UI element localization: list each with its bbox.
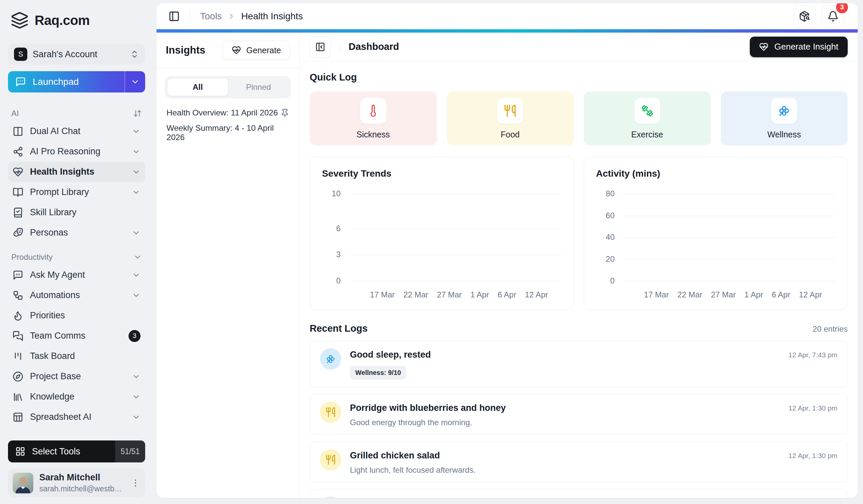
sidebar-item-ai-pro-reasoning[interactable]: AI Pro Reasoning [8, 141, 145, 162]
launchpad-button[interactable]: Launchpad [8, 71, 125, 92]
chevron-down-icon [132, 392, 140, 401]
log-entry-title: Good sleep, rested [350, 350, 780, 360]
pin-icon[interactable] [280, 108, 289, 117]
generate-insight-label: Generate Insight [774, 42, 838, 52]
insights-list: Health Overview: 11 April 2026Weekly Sum… [157, 103, 299, 143]
chart-plot-area: 806040200 [625, 194, 835, 281]
chart-plot-area: 10630 [351, 194, 561, 281]
log-entry[interactable]: Grilled chicken saladLight lunch, felt f… [310, 441, 848, 482]
sidebar-item-label: Prompt Library [30, 187, 125, 197]
tab-all[interactable]: All [167, 78, 228, 96]
heart-pulse-icon [232, 46, 241, 55]
quick-log-card-label: Wellness [767, 130, 801, 139]
quick-log-card-food[interactable]: Food [447, 91, 574, 145]
insight-list-item[interactable]: Weekly Summary: 4 - 10 April 2026 [157, 123, 299, 143]
sidebar-item-skill-library[interactable]: Skill Library [8, 202, 145, 222]
messages-icon [13, 331, 23, 341]
sidebar-item-label: Health Insights [30, 167, 125, 177]
log-entry-title: Grilled chicken salad [350, 450, 780, 461]
arrow-down-up-icon[interactable] [133, 109, 142, 118]
user-card[interactable]: Sarah Mitchell sarah.mitchell@westbur... [8, 468, 145, 497]
sidebar-item-label: Skill Library [30, 207, 140, 218]
panel-left-icon [168, 11, 180, 22]
chart-gridline [351, 194, 561, 194]
chevron-down-icon [132, 413, 140, 422]
compass-icon [13, 371, 23, 382]
sidebar-item-automations[interactable]: Automations [8, 285, 145, 306]
log-entry[interactable]: Good sleep, restedWellness: 9/1012 Apr, … [310, 341, 848, 387]
quick-log-icon-tile [634, 98, 660, 124]
unread-count-badge: 3 [128, 330, 140, 342]
sidebar-item-label: Task Board [30, 351, 140, 361]
quick-log-card-label: Exercise [631, 130, 663, 139]
sidebar-item-dual-ai-chat[interactable]: Dual AI Chat [8, 121, 145, 141]
quick-log-icon-tile [360, 98, 386, 124]
notifications-button[interactable]: 3 [822, 5, 845, 28]
account-avatar: S [14, 48, 27, 61]
sidebar-item-personas[interactable]: Personas [8, 222, 145, 243]
quick-log-cards: SicknessFoodExerciseWellness [310, 91, 848, 145]
y-axis-tick-label: 80 [593, 189, 615, 198]
insights-title: Insights [166, 44, 205, 56]
x-axis-tick-label: 22 Mar [403, 290, 428, 299]
package-search-button[interactable] [793, 5, 816, 28]
insight-list-item[interactable]: Health Overview: 11 April 2026 [157, 103, 299, 123]
log-entry[interactable]: Morning [310, 489, 848, 498]
book-check-icon [13, 207, 23, 218]
sidebar-item-project-base[interactable]: Project Base [8, 366, 145, 387]
bell-icon [827, 11, 839, 22]
breadcrumb-tools[interactable]: Tools [200, 11, 222, 22]
panel-left-close-icon [315, 42, 325, 52]
log-entry[interactable]: Porridge with blueberries and honeyGood … [310, 394, 848, 435]
chart-gridline [625, 194, 835, 194]
utensils-icon [503, 104, 517, 117]
sidebar-item-priorities[interactable]: Priorities [8, 306, 145, 326]
sidebar-item-spreadsheet-ai[interactable]: Spreadsheet AI [8, 407, 145, 427]
sidebar-item-knowledge[interactable]: Knowledge [8, 387, 145, 407]
quick-log-card-exercise[interactable]: Exercise [584, 91, 711, 145]
y-axis-tick-label: 0 [593, 276, 615, 285]
x-axis-tick-label: 12 Apr [525, 290, 548, 299]
x-axis-tick-label: 1 Apr [745, 290, 763, 299]
sidebar-item-team-comms[interactable]: Team Comms3 [8, 326, 145, 346]
chevron-down-icon [132, 147, 140, 156]
launchpad-dropdown-button[interactable] [125, 71, 145, 92]
chart-gridline [625, 259, 835, 260]
nav-section-label: AI [11, 109, 19, 118]
brand-logo-icon [11, 11, 29, 29]
collapse-panel-button[interactable] [310, 36, 331, 57]
header-actions: 3 [793, 5, 845, 28]
user-menu-button[interactable] [130, 478, 140, 488]
log-entry-content: Grilled chicken saladLight lunch, felt f… [350, 449, 780, 475]
chart-gridline [351, 281, 561, 282]
select-tools-button[interactable]: Select Tools 51/51 [8, 440, 145, 462]
y-axis-tick-label: 6 [318, 224, 341, 233]
quick-log-card-wellness[interactable]: Wellness [721, 91, 848, 145]
tab-pinned[interactable]: Pinned [228, 78, 289, 96]
x-axis-tick-label: 22 Mar [677, 290, 702, 299]
sidebar-item-label: Dual AI Chat [30, 126, 125, 137]
nav-section-header[interactable]: Productivity [8, 249, 145, 265]
chart-title: Activity (mins) [596, 168, 835, 179]
y-axis-tick-label: 0 [318, 276, 341, 285]
generate-button[interactable]: Generate [223, 41, 290, 60]
generate-insight-button[interactable]: Generate Insight [750, 37, 848, 57]
chevron-down-icon [132, 291, 140, 300]
heart-pulse-icon [759, 42, 768, 52]
dash-divider [340, 42, 340, 52]
sidebar-nav: AIDual AI ChatAI Pro ReasoningHealth Ins… [8, 106, 145, 427]
chevron-down-icon [133, 253, 142, 261]
sidebar-item-health-insights[interactable]: Health Insights [8, 162, 145, 182]
sidebar-item-task-board[interactable]: Task Board [8, 346, 145, 366]
columns-icon [13, 126, 23, 137]
sidebar-item-ask-my-agent[interactable]: Ask My Agent [8, 265, 145, 285]
chart-gridline [625, 237, 835, 238]
account-switcher[interactable]: S Sarah's Account [8, 44, 145, 65]
clover-icon [777, 104, 791, 117]
tools-count-badge: 51/51 [115, 440, 145, 462]
quick-log-card-sickness[interactable]: Sickness [310, 91, 437, 145]
notification-badge: 3 [836, 3, 848, 13]
sidebar-item-prompt-library[interactable]: Prompt Library [8, 182, 145, 202]
panel-left-toggle-button[interactable] [168, 11, 180, 22]
y-axis-tick-label: 40 [593, 233, 615, 242]
